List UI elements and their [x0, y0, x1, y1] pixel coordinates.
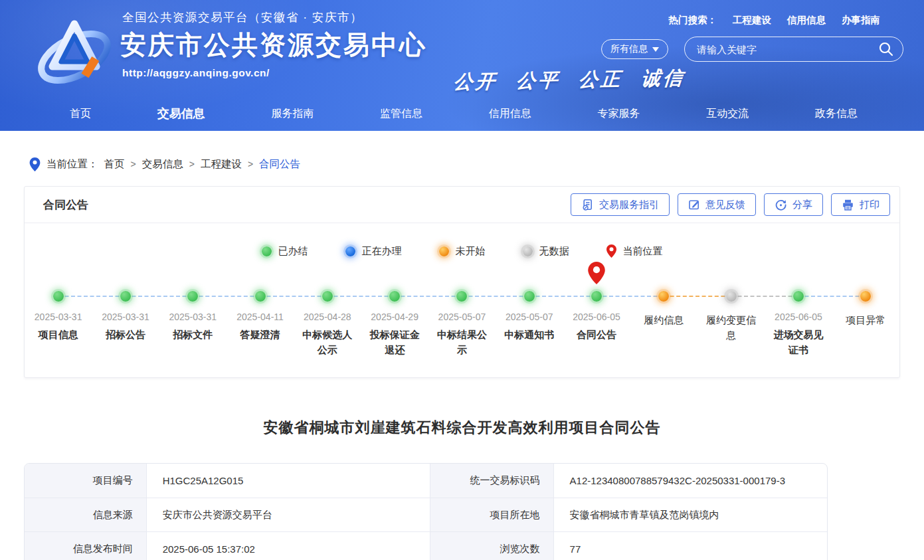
nav-item-expert[interactable]: 专家服务 — [598, 104, 640, 124]
node-date: 2025-03-31 — [35, 312, 82, 324]
share-button[interactable]: 分享 — [764, 193, 823, 216]
node-label: 答疑澄清 — [236, 327, 284, 342]
search-category-value: 所有信息 — [610, 43, 648, 55]
panel-title: 合同公告 — [43, 197, 88, 213]
timeline-node-performance-change[interactable]: 履约变更信息 — [697, 291, 765, 357]
button-label: 交易服务指引 — [599, 199, 659, 211]
breadcrumb-home[interactable]: 首页 — [104, 157, 142, 171]
notstarted-dot-icon — [439, 246, 449, 256]
status-dot — [658, 291, 669, 302]
nav-item-interaction[interactable]: 互动交流 — [706, 104, 749, 124]
node-label: 投标保证金退还 — [361, 327, 428, 357]
legend-item-notstarted: 未开始 — [439, 245, 486, 258]
nav-item-credit[interactable]: 信用信息 — [489, 104, 531, 124]
breadcrumb-engineering[interactable]: 工程建设 — [201, 157, 259, 171]
project-location-label: 项目所在地 — [430, 498, 554, 531]
location-pin-icon — [29, 157, 41, 171]
table-row: 信息发布时间 2025-06-05 15:37:02 浏览次数 77 — [25, 531, 827, 560]
node-date: 2025-05-07 — [506, 312, 553, 324]
project-number-label: 项目编号 — [25, 464, 147, 498]
timeline-node-award-notice[interactable]: 2025-05-07 中标通知书 — [496, 291, 563, 357]
publish-time-label: 信息发布时间 — [25, 531, 147, 560]
print-icon — [842, 199, 854, 211]
timeline-node-candidate-publicity[interactable]: 2025-04-28 中标候选人公示 — [294, 291, 361, 357]
timeline-node-performance-info[interactable]: 履约信息 — [630, 291, 697, 357]
search-icon[interactable] — [878, 41, 894, 60]
info-source-value: 安庆市公共资源交易平台 — [147, 498, 430, 531]
status-dot — [255, 291, 266, 302]
timeline-node-project-info[interactable]: 2025-03-31 项目信息 — [25, 291, 92, 357]
nav-item-home[interactable]: 首页 — [70, 104, 91, 124]
nav-item-trade-info[interactable]: 交易信息 — [157, 104, 205, 124]
node-label: 中标候选人公示 — [294, 327, 361, 357]
timeline-node-contract-announcement[interactable]: 2025-06-05 合同公告 — [563, 291, 630, 357]
feedback-button[interactable]: 意见反馈 — [678, 193, 756, 216]
button-label: 意见反馈 — [705, 199, 745, 211]
print-button[interactable]: 打印 — [831, 193, 890, 216]
node-date: 2025-03-31 — [102, 312, 149, 324]
node-date: 2025-04-28 — [304, 312, 351, 324]
info-source-label: 信息来源 — [25, 498, 147, 531]
guide-icon — [581, 199, 594, 211]
node-label: 合同公告 — [573, 327, 620, 342]
node-date: 2025-04-29 — [371, 312, 418, 324]
feedback-icon — [688, 199, 700, 211]
hot-link-engineering[interactable]: 工程建设 — [733, 14, 771, 27]
breadcrumb-trade-info[interactable]: 交易信息 — [142, 157, 201, 171]
node-label: 招标文件 — [169, 327, 217, 342]
timeline-node-tender-documents[interactable]: 2025-03-31 招标文件 — [159, 291, 227, 357]
nodata-dot-icon — [523, 246, 533, 256]
status-dot — [726, 291, 737, 302]
publish-time-value: 2025-06-05 15:37:02 — [147, 531, 430, 560]
nav-item-supervision[interactable]: 监管信息 — [380, 104, 422, 124]
site-url: http://aqggzy.anqing.gov.cn/ — [122, 67, 270, 79]
timeline-node-tender-announcement[interactable]: 2025-03-31 招标公告 — [92, 291, 159, 357]
project-location-value: 安徽省桐城市青草镇及范岗镇境内 — [554, 498, 827, 531]
search-input[interactable] — [684, 37, 903, 62]
status-dot — [793, 291, 804, 302]
share-icon — [775, 199, 787, 211]
platform-subtitle: 全国公共资源交易平台（安徽省 · 安庆市） — [122, 9, 363, 25]
view-count-value: 77 — [554, 531, 827, 560]
button-label: 分享 — [792, 199, 812, 211]
legend-item-current: 当前位置 — [606, 244, 663, 258]
project-info-table: 项目编号 H1GC25A12G015 统一交易标识码 A12-123408007… — [24, 463, 828, 560]
site-logo-icon[interactable] — [33, 13, 116, 94]
legend-item-done: 已办结 — [262, 245, 308, 258]
node-date: 2025-05-07 — [438, 312, 486, 324]
status-dot — [53, 291, 64, 302]
node-label: 履约变更信息 — [697, 312, 765, 343]
breadcrumb: 当前位置： 首页 交易信息 工程建设 合同公告 — [29, 157, 924, 171]
timeline-node-project-abnormal[interactable]: 项目异常 — [832, 291, 899, 357]
node-date: 2025-06-05 — [775, 312, 822, 324]
search-box — [684, 37, 903, 62]
table-row: 项目编号 H1GC25A12G015 统一交易标识码 A12-123408007… — [25, 464, 827, 498]
nav-item-service-guide[interactable]: 服务指南 — [271, 104, 314, 124]
project-number-value: H1GC25A12G015 — [147, 464, 430, 498]
unified-trade-id-value: A12-12340800788579432C-20250331-000179-3 — [554, 464, 827, 498]
node-date: 2025-03-31 — [169, 312, 217, 324]
node-label: 项目信息 — [35, 327, 82, 342]
slogan: 公开 公平 公正 诚信 — [452, 65, 686, 96]
hot-search-label: 热门搜索： — [669, 14, 717, 27]
hot-link-guide[interactable]: 办事指南 — [842, 14, 880, 27]
process-timeline: 已办结 正在办理 未开始 无数据 当前位置 2025-03-31 — [25, 223, 899, 377]
legend-item-nodata: 无数据 — [523, 245, 569, 258]
timeline-node-result-publicity[interactable]: 2025-05-07 中标结果公示 — [428, 291, 496, 357]
search-category-dropdown[interactable]: 所有信息 — [601, 39, 668, 59]
current-position-pin-icon — [588, 262, 605, 284]
status-legend: 已办结 正在办理 未开始 无数据 当前位置 — [25, 244, 899, 258]
timeline-node-clarification[interactable]: 2025-04-11 答疑澄清 — [227, 291, 294, 357]
trade-service-guide-button[interactable]: 交易服务指引 — [571, 193, 670, 216]
hot-link-credit[interactable]: 信用信息 — [787, 14, 826, 27]
node-label: 招标公告 — [102, 327, 149, 342]
nav-item-gov-info[interactable]: 政务信息 — [815, 104, 858, 124]
timeline-node-entry-certificate[interactable]: 2025-06-05 进场交易见证书 — [765, 291, 832, 357]
button-label: 打印 — [860, 199, 879, 211]
status-dot — [187, 291, 198, 302]
node-date: 2025-06-05 — [573, 312, 620, 324]
caret-down-icon — [652, 47, 659, 52]
unified-trade-id-label: 统一交易标识码 — [430, 464, 554, 498]
status-dot — [524, 291, 535, 302]
timeline-node-deposit-refund[interactable]: 2025-04-29 投标保证金退还 — [361, 291, 428, 357]
